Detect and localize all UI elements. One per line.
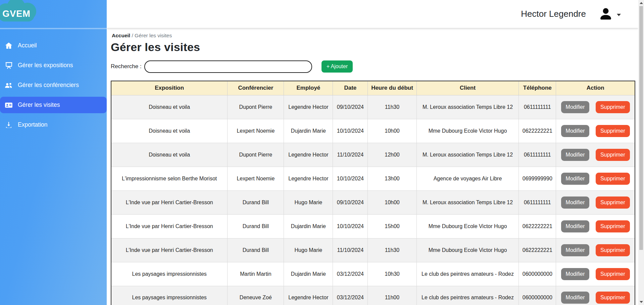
scrollbar-thumb[interactable] bbox=[639, 6, 643, 250]
cell-actions: Modifier Supprimer bbox=[556, 143, 635, 167]
vertical-scrollbar[interactable] bbox=[638, 0, 644, 305]
download-icon bbox=[4, 121, 13, 129]
cell-conferencier: Durand Bill bbox=[228, 190, 284, 214]
edit-button[interactable]: Modifier bbox=[561, 244, 590, 256]
sidebar-header: GVEM bbox=[0, 0, 107, 28]
edit-button[interactable]: Modifier bbox=[561, 125, 590, 137]
cell-exposition: L'Inde vue par Henri Cartier-Bresson bbox=[111, 190, 228, 214]
sidebar-item-label: Accueil bbox=[18, 42, 37, 49]
user-avatar-icon bbox=[598, 6, 613, 22]
cell-client: Mme Dubourg Ecole Victor Hugo bbox=[416, 238, 519, 262]
column-header-telephone: Téléphone bbox=[519, 81, 556, 95]
cell-exposition: Doisneau et voila bbox=[111, 119, 228, 143]
scrollbar-up-arrow-icon[interactable] bbox=[640, 2, 643, 4]
cell-date: 03/12/2024 bbox=[333, 286, 368, 305]
breadcrumb-current: Gérer les visites bbox=[135, 33, 172, 38]
column-header-action: Action bbox=[556, 81, 635, 95]
breadcrumb-accueil[interactable]: Accueil bbox=[112, 33, 130, 38]
sidebar-item-gerer-expositions[interactable]: Gérer les expositions bbox=[0, 57, 107, 74]
search-input[interactable] bbox=[144, 60, 312, 73]
cell-date: 11/10/2024 bbox=[333, 238, 368, 262]
cell-conferencier: Lexpert Noemie bbox=[228, 167, 284, 190]
sidebar: GVEM Accueil Gérer les expositions Gérer… bbox=[0, 0, 107, 305]
cell-client: Le club des peintres amateurs - Rodez bbox=[416, 262, 519, 286]
user-menu-toggle[interactable] bbox=[598, 6, 621, 22]
edit-button[interactable]: Modifier bbox=[561, 197, 590, 209]
cell-actions: Modifier Supprimer bbox=[556, 238, 635, 262]
cell-employe: Hugo Marie bbox=[284, 238, 333, 262]
app-logo: GVEM bbox=[0, 0, 37, 24]
cell-telephone: 0622222221 bbox=[519, 238, 556, 262]
edit-button[interactable]: Modifier bbox=[561, 220, 590, 232]
visits-table: Exposition Conférencier Employé Date Heu… bbox=[111, 81, 635, 305]
top-header: Hector Legendre bbox=[107, 0, 638, 28]
cell-exposition: Les paysages impressionnistes bbox=[111, 286, 228, 305]
edit-button[interactable]: Modifier bbox=[561, 268, 590, 280]
visits-table-wrapper: Exposition Conférencier Employé Date Heu… bbox=[111, 81, 635, 305]
cell-client: Mme Dubourg Ecole Victor Hugo bbox=[416, 119, 519, 143]
sidebar-item-gerer-conferenciers[interactable]: Gérer les conférenciers bbox=[0, 77, 107, 93]
table-row: L'Inde vue par Henri Cartier-Bresson Dur… bbox=[111, 214, 635, 238]
cell-actions: Modifier Supprimer bbox=[556, 119, 635, 143]
cell-conferencier: Dupont Pierre bbox=[228, 143, 284, 167]
cell-exposition: Doisneau et voila bbox=[111, 143, 228, 167]
cell-client: M. Leroux association Temps Libre 12 bbox=[416, 190, 519, 214]
logo-text: GVEM bbox=[0, 9, 35, 19]
sidebar-nav: Accueil Gérer les expositions Gérer les … bbox=[0, 29, 107, 133]
sidebar-item-accueil[interactable]: Accueil bbox=[0, 37, 107, 54]
delete-button[interactable]: Supprimer bbox=[596, 244, 630, 256]
column-header-client: Client bbox=[416, 81, 519, 95]
delete-button[interactable]: Supprimer bbox=[596, 125, 630, 137]
cell-telephone: 0600000000 bbox=[519, 262, 556, 286]
cell-conferencier: Lexpert Noemie bbox=[228, 119, 284, 143]
home-icon bbox=[4, 41, 13, 50]
cell-client: M. Leroux association Temps Libre 12 bbox=[416, 95, 519, 119]
edit-button[interactable]: Modifier bbox=[561, 149, 590, 161]
breadcrumb-separator: / bbox=[132, 33, 135, 38]
sidebar-item-gerer-visites[interactable]: Gérer les visites bbox=[0, 97, 107, 113]
cell-heure: 10h00 bbox=[368, 119, 416, 143]
column-header-date: Date bbox=[333, 81, 368, 95]
edit-button[interactable]: Modifier bbox=[561, 173, 590, 185]
cell-telephone: 0600000000 bbox=[519, 286, 556, 305]
delete-button[interactable]: Supprimer bbox=[596, 220, 630, 232]
sidebar-item-exportation[interactable]: Exportation bbox=[0, 117, 107, 133]
delete-button[interactable]: Supprimer bbox=[596, 173, 630, 185]
sidebar-item-label: Exportation bbox=[18, 121, 48, 128]
delete-button[interactable]: Supprimer bbox=[596, 149, 630, 161]
cell-exposition: Les paysages impressionnistes bbox=[111, 262, 228, 286]
delete-button[interactable]: Supprimer bbox=[596, 268, 630, 280]
cell-employe: Dujardin Marie bbox=[284, 119, 333, 143]
cell-employe: Hugo Marie bbox=[284, 190, 333, 214]
delete-button[interactable]: Supprimer bbox=[596, 292, 630, 304]
table-row: L'Inde vue par Henri Cartier-Bresson Dur… bbox=[111, 190, 635, 214]
add-button[interactable]: + Ajouter bbox=[321, 60, 353, 73]
cell-employe: Legendre Hector bbox=[284, 95, 333, 119]
cell-telephone: 0611111111 bbox=[519, 95, 556, 119]
cell-client: Mme Dubourg Ecole Victor Hugo bbox=[416, 214, 519, 238]
edit-button[interactable]: Modifier bbox=[561, 101, 590, 113]
table-row: L'Inde vue par Henri Cartier-Bresson Dur… bbox=[111, 238, 635, 262]
cell-employe: Legendre Hector bbox=[284, 167, 333, 190]
cell-date: 10/10/2024 bbox=[333, 214, 368, 238]
cell-actions: Modifier Supprimer bbox=[556, 262, 635, 286]
cell-date: 09/10/2024 bbox=[333, 95, 368, 119]
sidebar-item-label: Gérer les visites bbox=[18, 101, 60, 108]
cell-heure: 12h00 bbox=[368, 143, 416, 167]
cell-exposition: L'Inde vue par Henri Cartier-Bresson bbox=[111, 238, 228, 262]
delete-button[interactable]: Supprimer bbox=[596, 101, 630, 113]
cell-actions: Modifier Supprimer bbox=[556, 167, 635, 190]
cell-employe: Dujardin Marie bbox=[284, 262, 333, 286]
table-row: Doisneau et voila Lexpert Noemie Dujardi… bbox=[111, 119, 635, 143]
column-header-conferencier: Conférencier bbox=[228, 81, 284, 95]
cell-date: 10/10/2024 bbox=[333, 119, 368, 143]
cell-conferencier: Durand Bill bbox=[228, 214, 284, 238]
cell-telephone: 0622222221 bbox=[519, 119, 556, 143]
delete-button[interactable]: Supprimer bbox=[596, 197, 630, 209]
cell-employe: Dujardin Marie bbox=[284, 214, 333, 238]
scrollbar-down-arrow-icon[interactable] bbox=[640, 301, 643, 303]
column-header-employe: Employé bbox=[284, 81, 333, 95]
edit-button[interactable]: Modifier bbox=[561, 292, 590, 304]
cell-exposition: Doisneau et voila bbox=[111, 95, 228, 119]
cell-conferencier: Deneuve Zoé bbox=[228, 286, 284, 305]
